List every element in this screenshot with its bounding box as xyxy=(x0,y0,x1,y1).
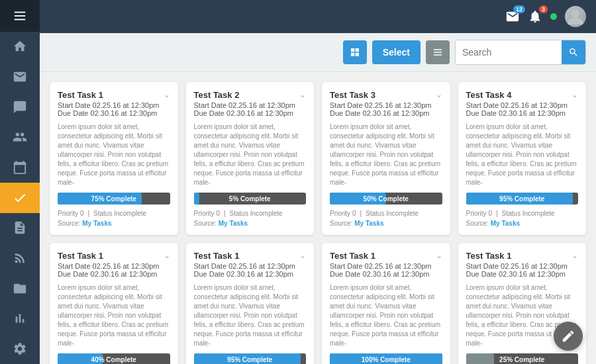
list-view-button[interactable] xyxy=(426,40,450,64)
card-due-date: Due Date 02.30.16 at 12:30pm xyxy=(58,109,170,117)
sidebar-item-mail[interactable] xyxy=(0,62,40,92)
select-button[interactable]: Select xyxy=(372,40,421,64)
card-progress-bar: 95% Complete xyxy=(466,193,579,205)
card-progress-bar: 40% Complete xyxy=(58,353,170,364)
card-due-date: Due Date 02.30.16 at 12:30pm xyxy=(194,109,307,117)
card-chevron-icon[interactable]: ⌄ xyxy=(299,251,306,260)
card-priority: Priority 0 xyxy=(58,210,83,217)
card-progress-bar: 95% Complete xyxy=(194,353,307,364)
sidebar-item-settings[interactable] xyxy=(0,334,40,364)
mail-badge: 12 xyxy=(513,5,525,13)
progress-fill xyxy=(194,193,199,205)
sidebar-item-calendar[interactable] xyxy=(0,152,40,183)
card-start-date: Start Date 02.25.16 at 12:30pm xyxy=(58,262,170,270)
search-wrap xyxy=(455,40,586,65)
svg-rect-2 xyxy=(15,19,26,20)
sidebar-item-notes[interactable] xyxy=(0,213,40,244)
progress-label: 25% Complete xyxy=(499,356,544,363)
svg-rect-1 xyxy=(15,15,26,17)
sidebar-item-home[interactable] xyxy=(0,32,40,62)
card-priority: Priority 0 xyxy=(194,210,220,217)
fab-button[interactable] xyxy=(554,322,583,351)
card-due-date: Due Date 02.30.16 at 12:30pm xyxy=(330,270,442,278)
grid-view-button[interactable] xyxy=(343,40,367,64)
card-due-date: Due Date 02.30.16 at 12:30pm xyxy=(58,270,170,278)
task-card: ⌄ Test Task 2 Start Date 02.25.16 at 12:… xyxy=(186,82,315,235)
card-due-date: Due Date 02.30.16 at 12:30pm xyxy=(466,109,579,117)
card-title: Test Task 4 xyxy=(466,90,579,100)
card-start-date: Start Date 02.25.16 at 12:30pm xyxy=(330,101,442,109)
notifications-icon-wrap[interactable]: 3 xyxy=(528,9,542,24)
card-source-name: My Tasks xyxy=(219,220,248,227)
card-chevron-icon[interactable]: ⌄ xyxy=(571,251,578,260)
sidebar-item-tasks[interactable] xyxy=(0,183,40,213)
card-chevron-icon[interactable]: ⌄ xyxy=(164,251,170,260)
svg-rect-0 xyxy=(15,11,26,13)
status-dot xyxy=(550,13,557,20)
progress-label: 75% Complete xyxy=(91,195,136,203)
task-card: ⌄ Test Task 1 Start Date 02.25.16 at 12:… xyxy=(186,243,315,364)
sidebar-item-contacts[interactable] xyxy=(0,122,40,153)
card-source-name: My Tasks xyxy=(491,220,520,227)
card-meta: Priority 0 | Status Incomplete xyxy=(194,210,307,217)
card-body-text: Lorem ipsum dolor sit amet, consectetur … xyxy=(330,122,442,187)
card-start-date: Start Date 02.25.16 at 12:30pm xyxy=(330,262,442,270)
card-source: Source: My Tasks xyxy=(194,220,307,227)
task-card: ⌄ Test Task 1 Start Date 02.25.16 at 12:… xyxy=(50,243,178,364)
card-status: Status Incomplete xyxy=(502,210,555,217)
card-chevron-icon[interactable]: ⌄ xyxy=(436,90,442,99)
card-progress-bar: 50% Complete xyxy=(330,193,442,205)
card-status: Status Incomplete xyxy=(230,210,283,217)
card-chevron-icon[interactable]: ⌄ xyxy=(164,90,170,99)
sidebar-menu-button[interactable] xyxy=(0,0,40,32)
mail-icon-wrap[interactable]: 12 xyxy=(505,9,520,24)
card-title: Test Task 1 xyxy=(58,251,170,261)
search-input[interactable] xyxy=(456,40,562,64)
sidebar-item-chat[interactable] xyxy=(0,92,40,122)
progress-fill xyxy=(466,353,494,364)
progress-label: 95% Complete xyxy=(227,356,272,363)
main-content: 12 3 Select xyxy=(40,0,596,364)
card-body-text: Lorem ipsum dolor sit amet, consectetur … xyxy=(194,283,307,348)
avatar-image xyxy=(565,6,586,27)
card-progress-bar: 5% Complete xyxy=(194,193,307,205)
task-card: ⌄ Test Task 1 Start Date 02.25.16 at 12:… xyxy=(50,82,178,235)
card-progress-bar: 100% Complete xyxy=(330,353,442,364)
task-card: ⌄ Test Task 4 Start Date 02.25.16 at 12:… xyxy=(458,82,587,235)
card-meta: Priority 0 | Status Incomplete xyxy=(330,210,442,217)
card-source: Source: My Tasks xyxy=(330,220,442,227)
topbar: 12 3 xyxy=(40,0,596,33)
card-body-text: Lorem ipsum dolor sit amet, consectetur … xyxy=(466,122,579,187)
sidebar xyxy=(0,0,40,364)
card-start-date: Start Date 02.25.16 at 12:30pm xyxy=(466,262,579,270)
sidebar-item-files[interactable] xyxy=(0,273,40,304)
card-status: Status Incomplete xyxy=(93,210,146,217)
notifications-badge: 3 xyxy=(539,5,548,13)
card-start-date: Start Date 02.25.16 at 12:30pm xyxy=(194,262,307,270)
card-body-text: Lorem ipsum dolor sit amet, consectetur … xyxy=(194,122,307,187)
card-body-text: Lorem ipsum dolor sit amet, consectetur … xyxy=(330,283,442,348)
card-status: Status Incomplete xyxy=(366,210,419,217)
progress-label: 50% Complete xyxy=(364,195,409,203)
search-button[interactable] xyxy=(562,40,585,64)
card-source: Source: My Tasks xyxy=(466,220,579,227)
card-meta: Priority 0 | Status Incomplete xyxy=(466,210,579,217)
sidebar-item-rss[interactable] xyxy=(0,243,40,273)
cards-grid: ⌄ Test Task 1 Start Date 02.25.16 at 12:… xyxy=(40,72,596,364)
card-chevron-icon[interactable]: ⌄ xyxy=(299,90,306,99)
progress-label: 100% Complete xyxy=(362,356,411,363)
card-source: Source: My Tasks xyxy=(58,220,170,227)
card-chevron-icon[interactable]: ⌄ xyxy=(571,90,578,99)
card-chevron-icon[interactable]: ⌄ xyxy=(436,251,442,260)
sidebar-item-analytics[interactable] xyxy=(0,304,40,334)
card-start-date: Start Date 02.25.16 at 12:30pm xyxy=(58,101,170,109)
card-due-date: Due Date 02.30.16 at 12:30pm xyxy=(466,270,579,278)
card-body-text: Lorem ipsum dolor sit amet, consectetur … xyxy=(58,283,170,348)
avatar[interactable] xyxy=(565,6,586,27)
card-title: Test Task 1 xyxy=(58,90,170,100)
card-due-date: Due Date 02.30.16 at 12:30pm xyxy=(330,109,442,117)
card-priority: Priority 0 xyxy=(466,210,492,217)
progress-label: 95% Complete xyxy=(499,195,544,203)
card-meta: Priority 0 | Status Incomplete xyxy=(58,210,170,217)
progress-label: 40% Complete xyxy=(91,356,136,363)
